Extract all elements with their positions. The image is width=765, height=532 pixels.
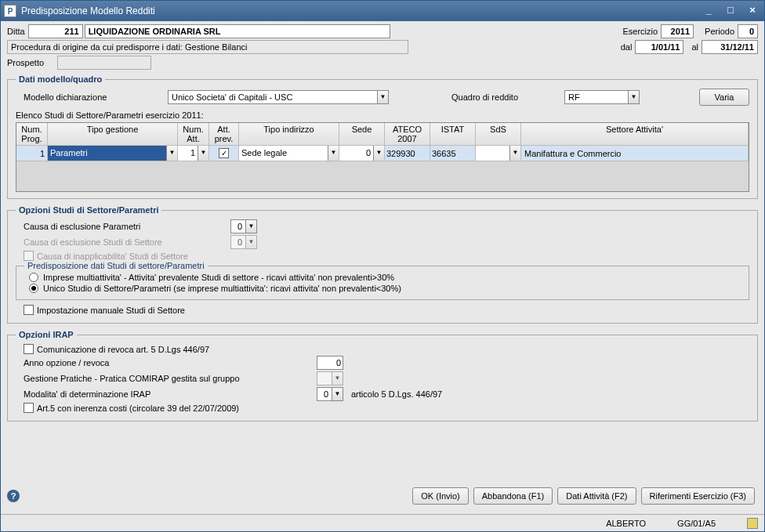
quadro-label: Quadro di reddito [451,92,561,102]
causa-inapp-checkbox [24,251,34,261]
dati-attivita-button[interactable]: Dati Attività (F2) [557,487,636,505]
radio-multiattivita[interactable] [29,273,38,282]
anno-input[interactable] [317,356,343,370]
dal-val: 1/01/11 [635,40,683,54]
ditta-name: LIQUIDAZIONE ORDINARIA SRL [85,24,390,38]
gestione-label: Gestione Pratiche - Pratica COMIRAP gest… [24,374,314,383]
al-val: 31/12/11 [702,40,758,54]
table-row[interactable]: 1 Parametri ▼ 1 ▼ [16,146,749,161]
causa-param-value: 0 [231,222,245,231]
chevron-down-icon[interactable]: ▼ [373,146,384,161]
dati-modello-legend: Dati modello/quadro [16,74,105,84]
quadro-combo[interactable]: RF ▼ [564,90,640,104]
causa-sds-label: Causa di esclusione Studi di Settore [16,237,227,247]
col-ateco[interactable]: ATECO 2007 [385,123,430,146]
modello-combo[interactable]: Unico Societa' di Capitali - USC ▼ [168,90,389,104]
opzioni-studi-legend: Opzioni Studi di Settore/Parametri [16,205,161,215]
numatt-combo[interactable]: 1 ▼ [178,146,208,161]
disk-icon [747,518,758,529]
ok-button[interactable]: OK (Invio) [412,487,469,505]
imp-manuale-checkbox[interactable] [24,305,34,315]
sede-combo[interactable]: 0 ▼ [339,146,384,161]
modalita-combo[interactable]: 0 ▼ [317,387,343,401]
modello-value: Unico Societa' di Capitali - USC [169,92,377,102]
com-revoca-checkbox[interactable] [24,344,34,354]
opzioni-irap-legend: Opzioni IRAP [16,330,77,339]
radio-unico[interactable] [29,284,38,293]
causa-param-label: Causa di esclusione Parametri [16,222,227,231]
col-attprev[interactable]: Att. prev. [209,123,239,146]
ditta-num: 211 [28,24,83,38]
col-sede[interactable]: Sede [339,123,385,146]
radio-unico-label: Unico Studio di Settore/Parametri (se im… [43,284,401,293]
cell-istat: 36635 [430,146,476,161]
radio-multi-label: Imprese multiattivita' - Attivita' preva… [43,273,394,282]
status-user: ALBERTO [606,519,646,528]
modalita-value: 0 [317,389,332,399]
col-numprog[interactable]: Num. Prog. [16,123,48,146]
cell-ateco: 329930 [385,146,430,161]
causa-sds-combo: 0 ▼ [230,235,257,249]
chevron-down-icon[interactable]: ▼ [509,146,520,161]
opzioni-irap-fieldset: Opzioni IRAP Comunicazione di revoca art… [7,330,758,422]
maximize-button[interactable]: □ [722,5,739,17]
tipogest-value: Parametri [48,146,166,161]
al-label: al [691,42,698,52]
chevron-down-icon[interactable]: ▼ [328,146,339,161]
modalita-desc: articolo 5 D.Lgs. 446/97 [351,389,442,399]
col-settore[interactable]: Settore Attivita' [521,123,749,146]
chevron-down-icon[interactable]: ▼ [377,91,388,103]
prospetto-val [57,56,151,70]
chevron-down-icon[interactable]: ▼ [628,91,639,103]
col-istat[interactable]: ISTAT [430,123,476,146]
causa-sds-value: 0 [231,237,245,247]
col-tipogest[interactable]: Tipo gestione [48,123,178,146]
chevron-down-icon[interactable]: ▼ [332,388,343,400]
abbandona-button[interactable]: Abbandona (F1) [473,487,553,505]
chevron-down-icon[interactable]: ▼ [166,146,177,161]
ditta-label: Ditta [7,27,25,36]
prospetto-label: Prospetto [7,58,54,67]
quadro-value: RF [565,92,628,102]
col-tipoind[interactable]: Tipo indirizzo [239,123,339,146]
esercizio-label: Esercizio [622,27,658,36]
modello-label: Modello dichiarazione [16,92,165,102]
chevron-down-icon[interactable]: ▼ [245,220,256,233]
sds-value [476,146,509,161]
col-sds[interactable]: SdS [476,123,521,146]
cell-settore: Manifattura e Commercio [521,146,749,161]
chevron-down-icon: ▼ [245,236,256,248]
window-title: Predisposizione Modello Redditi [21,5,700,16]
imp-manuale-label: Impostazione manuale Studi di Settore [37,306,185,315]
riferimenti-button[interactable]: Riferimenti Esercizio (F3) [641,487,755,505]
predisposizione-fieldset: Predisposizione dati Studi di settore/Pa… [16,266,749,300]
dal-label: dal [621,42,633,52]
modalita-label: Modalita' di determinazione IRAP [24,389,314,399]
tipogest-combo[interactable]: Parametri ▼ [48,146,177,161]
chevron-down-icon: ▼ [332,372,343,385]
com-revoca-label: Comunicazione di revoca art. 5 D.Lgs 446… [37,345,209,354]
numatt-value: 1 [178,146,198,161]
chevron-down-icon[interactable]: ▼ [198,146,208,161]
cell-numprog: 1 [16,146,48,161]
art5-label: Art.5 con inerenza costi (circolare 39 d… [37,404,239,413]
help-icon[interactable]: ? [7,490,20,502]
tipoind-value: Sede legale [239,146,328,161]
table-empty-area [16,161,749,191]
minimize-button[interactable]: _ [700,5,717,17]
predisposizione-legend: Predisposizione dati Studi di settore/Pa… [24,261,208,270]
studi-table: Num. Prog. Tipo gestione Num. Att. Att. … [16,122,749,192]
art5-checkbox[interactable] [24,403,34,413]
causa-inapp-label: Causa di inapplicabilita' Studi di Setto… [37,252,188,261]
tipoind-combo[interactable]: Sede legale ▼ [239,146,339,161]
elenco-label: Elenco Studi di Settore/Parametri eserci… [16,110,749,120]
attprev-checkbox[interactable]: ✓ [219,148,229,158]
anno-label: Anno opzione / revoca [24,358,314,367]
close-button[interactable]: × [744,5,761,17]
sds-combo[interactable]: ▼ [476,146,520,161]
opzioni-studi-fieldset: Opzioni Studi di Settore/Parametri Causa… [7,205,758,324]
causa-param-combo[interactable]: 0 ▼ [230,219,257,233]
varia-button[interactable]: Varia [699,89,749,106]
col-numatt[interactable]: Num. Att. [178,123,209,146]
periodo-label: Periodo [705,27,734,36]
